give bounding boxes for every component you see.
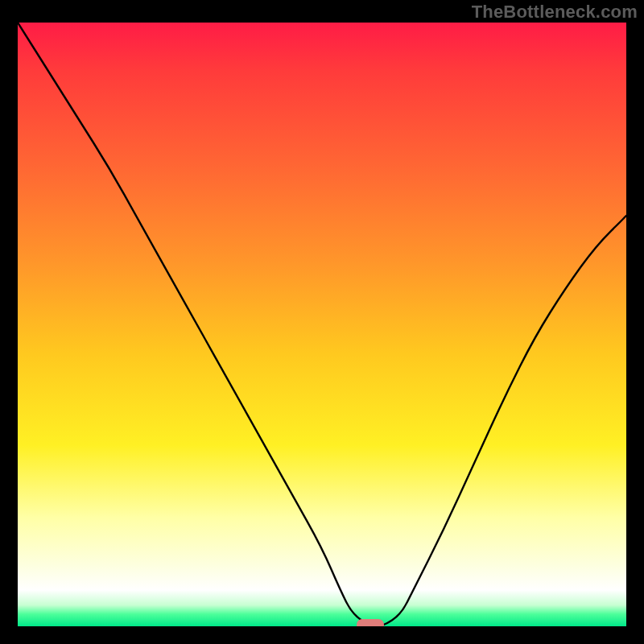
curve-path [18,23,626,626]
minimum-marker [357,619,384,626]
bottleneck-curve [18,23,626,626]
plot-area [18,23,626,626]
watermark-text: TheBottleneck.com [472,2,638,23]
chart-frame: TheBottleneck.com [0,0,644,644]
